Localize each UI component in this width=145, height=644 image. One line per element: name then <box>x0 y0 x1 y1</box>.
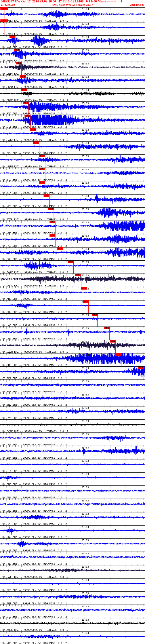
ruler-time-label: 23:03 <box>82 314 89 317</box>
pick-flag-button[interactable]: ×T 4 <box>39 155 45 157</box>
station-label: UW RATT BHZ -- 99999.0km BW HIGHPASS 2.0… <box>3 576 68 578</box>
ruler-time-label: 23:03 <box>82 327 89 330</box>
ruler-time-label: 23:03 <box>82 486 89 489</box>
time-window-bar: 23:02:06.00 (RMS noise over 6.0 s scaled… <box>0 3 145 6</box>
station-label: UW MJ2 EHZ -- 99999.0km BW HIGHPASS 2.0 … <box>3 549 67 552</box>
pick-flag-button[interactable]: ×T 4 <box>104 327 110 329</box>
pick-flag-button[interactable]: ×T 4 <box>83 300 89 303</box>
station-label: UW EPH EHZ -- 99999.0km BW HIGHPASS 2.0 … <box>3 456 67 459</box>
station-label: UW LKWW EHZ -- 99999.0km BW HIGHPASS 2.0… <box>3 86 68 88</box>
pick-flag-button[interactable]: ×T 4 <box>39 168 45 170</box>
ruler-time-label: 23:03 <box>82 49 89 52</box>
window-end-time: 23:03:43.00 <box>130 3 144 6</box>
station-label: UW RED EHZ -- 99999.0km BW HIGHPASS 2.0 … <box>3 589 67 592</box>
station-label: UW BRV EHZ -- 99999.0km BW HIGHPASS 2.0 … <box>3 404 67 406</box>
pick-flag-button[interactable]: ×T 4 <box>110 340 116 342</box>
ruler-time-label: 23:03 <box>82 526 89 528</box>
ruler-time-label: 23:03 <box>82 512 89 515</box>
station-label: UW HWIW EHZ -- 99999.0km BW HIGHPASS 2.0… <box>3 165 68 168</box>
pick-flag-button[interactable]: ×T 4 <box>92 314 98 316</box>
pick-flag-button[interactable]: ×T 4 <box>30 128 36 131</box>
pick-flag-button[interactable]: ×T 4 <box>16 62 22 64</box>
pick-flag-button[interactable]: ×T 4 <box>68 261 74 263</box>
pick-flag-button[interactable]: ×T 4 <box>23 102 29 104</box>
ruler-time-label: 23:03 <box>82 539 89 542</box>
ruler-time-label: 23:03 <box>82 499 89 502</box>
ruler-time-label: 23:03 <box>82 406 89 410</box>
ruler-time-label: 23:03 <box>82 354 89 356</box>
station-label: UW BOW EHZ -- 99999.0km BW HIGHPASS 2.0 … <box>3 258 67 261</box>
rms-scale-note: (RMS noise over 6.0 s scaled 20.0 x) <box>51 3 94 6</box>
station-label: UW WOLL HHZ -- 99999.0km BW HIGHPASS 2.0… <box>3 628 68 632</box>
ruler-time-label: 23:03 <box>82 367 89 370</box>
ruler-time-label: 23:03 <box>82 261 89 264</box>
station-label: UW KMO EHZ -- 99999.0km BW HIGHPASS 2.0 … <box>3 298 67 300</box>
station-label: PB B943 EHZ -- 99999.0km BW HIGHPASS 2.0… <box>3 33 68 36</box>
station-label: UW H2O EHZ -- 99999.0km BW HIGHPASS 2.0 … <box>3 522 67 526</box>
ruler-time-label: 23:03 <box>82 155 89 158</box>
station-label: UW MDW EHZ -- 99999.0km BW HIGHPASS 2.0 … <box>3 536 67 539</box>
ruler-time-label: 23:03 <box>82 592 89 595</box>
station-label: UW CCRK HHZ -- 99999.0km BW HIGHPASS 2.0… <box>3 430 68 433</box>
station-label: UW WIW EHZ -- 99999.0km BW HIGHPASS 2.0 … <box>3 192 67 194</box>
station-label: UW VT2 EHZ -- 99999.0km BW HIGHPASS 2.0 … <box>3 615 67 618</box>
event-summary-header: 60895347 UW Oct 17, 2014 23:02:26.00 47.… <box>1 0 122 3</box>
pick-flag-button[interactable]: ×T 4 <box>20 75 26 78</box>
station-label: UW GBB EHZ -- 99999.0km BW HIGHPASS 2.0 … <box>3 496 67 499</box>
pick-flag-button[interactable]: ×T 4 <box>14 49 20 51</box>
station-label: TA J04A BHZ -- 99999.0km BW HIGHPASS 2.0… <box>3 284 68 287</box>
ruler-time-label: 23:03 <box>82 208 89 211</box>
pick-flag-button[interactable]: ×T 4 <box>50 234 56 236</box>
ruler-time-label: 23:03 <box>82 102 89 105</box>
pick-flag-button[interactable]: ×T 4 <box>10 36 16 38</box>
station-label: UW LOC EHZ -- 99999.0km BW HIGHPASS 2.0 … <box>3 324 67 327</box>
pick-flag-button[interactable]: T 4 <box>1 20 8 22</box>
ruler-time-label: 23:03 <box>82 380 89 383</box>
pick-flag-button[interactable]: ×T 4 <box>33 142 39 144</box>
ruler-time-label: 23:03 <box>82 566 89 568</box>
ruler-time-label: 23:03 <box>82 460 89 462</box>
station-label: UW GBL EHZ -- 99999.0km BW HIGHPASS 2.0 … <box>3 509 67 512</box>
pick-flag-button[interactable]: ×T 4 <box>75 274 81 276</box>
station-label: UW RVC EHZ -- 99999.0km BW HIGHPASS 2.0 … <box>3 112 67 115</box>
pick-flag-button[interactable]: ×T 4 <box>21 88 27 91</box>
pick-flag-button[interactable]: ×T 4 <box>25 115 31 118</box>
station-label: CQ SEP EHZ -- 99999.0km BW HIGHPASS 2.0 … <box>3 377 67 380</box>
ruler-time-label: 23:03 <box>82 36 89 38</box>
station-label: UW PRO EHZ -- 99999.0km BW HIGHPASS 2.0 … <box>3 562 67 565</box>
station-label: UW STD EHZ -- 99999.0km BW HIGHPASS 2.0 … <box>3 178 67 181</box>
ruler-time-label: 23:03 <box>82 128 89 131</box>
window-start-time: 23:02:06.00 <box>1 3 15 6</box>
ruler-time-label: 23:03 <box>82 632 89 634</box>
pick-flag-button[interactable]: ×T 4 <box>81 287 87 290</box>
ruler-time-label: 23:03 <box>82 182 89 184</box>
station-label: UW OT3 EHZ -- 99999.0km BW HIGHPASS 2.0 … <box>3 125 67 128</box>
pick-flag-button[interactable]: ×T 4 <box>138 366 144 369</box>
ruler-time-label: 23:03 <box>82 433 89 436</box>
ruler-time-label: 23:03 <box>82 274 89 277</box>
pick-flag-button[interactable]: ×T 4 <box>50 221 56 223</box>
ruler-time-label: 23:03 <box>82 234 89 237</box>
pick-flag-button[interactable]: ×T 4 <box>48 208 54 210</box>
pick-flag-button[interactable]: ×T 4 <box>115 353 121 356</box>
station-label: PB B006 EHZ -- 99999.0km BW HIGHPASS 2.0… <box>3 59 68 62</box>
pick-flag-button[interactable]: ×T 4 <box>44 194 50 197</box>
station-label: UW PAT2 EHZ -- 99999.0km BW HIGHPASS 2.0… <box>3 138 68 142</box>
ruler-time-label: 23:03 <box>82 579 89 582</box>
pick-flag-button[interactable]: ×T 4 <box>39 181 45 184</box>
pick-flag-button[interactable]: T 4 <box>1 7 8 10</box>
ruler-time-label: 23:03 <box>82 605 89 608</box>
ruler-time-label: 23:03 <box>82 221 89 224</box>
ruler-time-label: 23:03 <box>82 89 89 92</box>
station-label: UW WRD EHZ -- 99999.0km BW HIGHPASS 2.0 … <box>3 642 67 644</box>
station-label: UW BVW EHZ -- 99999.0km BW HIGHPASS 2.0 … <box>3 417 67 420</box>
ruler-time-label: 23:03 <box>82 393 89 396</box>
station-label: UW GHW EHZ -- 99999.0km BW HIGHPASS 2.0 … <box>3 231 67 234</box>
station-label: UW BEN EHZ -- 99999.0km BW HIGHPASS 2.0 … <box>3 390 67 393</box>
ruler-time-label: 23:03 <box>82 420 89 423</box>
waveform-canvas[interactable] <box>0 0 145 644</box>
ruler-time-label: 23:03 <box>82 76 89 78</box>
ruler-time-label: 23:03 <box>82 473 89 476</box>
station-label: UW WA2 EHZ -- 99999.0km BW HIGHPASS 2.0 … <box>3 46 67 49</box>
pick-flag-button[interactable]: ×T 4 <box>57 248 63 250</box>
